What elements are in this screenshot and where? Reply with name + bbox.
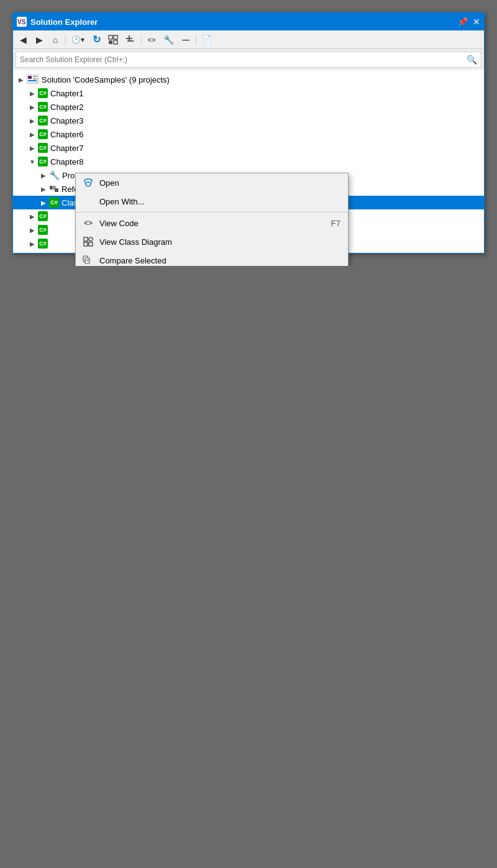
solution-label: Solution 'CodeSamples' (9 projects) [42,75,170,85]
chapter6-cs-icon: C# [38,129,48,139]
view-code-button[interactable]: <> [144,33,159,47]
svg-rect-4 [109,40,112,44]
forward-button[interactable]: ▶ [32,33,47,47]
back-button[interactable]: ◀ [16,33,30,47]
chapter2-cs-icon: C# [38,102,48,112]
svg-rect-3 [114,35,117,39]
tree-area: ▶ Solution 'CodeSamples' (9 projects) ▶ … [13,70,484,253]
ctx-view-code[interactable]: <> View Code F7 [76,214,348,232]
history-button[interactable]: 🕐▾ [68,33,88,47]
ctx-compare-label: Compare Selected [99,256,340,265]
chapter8-cs-icon: C# [38,157,48,167]
svg-rect-2 [109,35,112,39]
tree-item-chapter3[interactable]: ▶ C# Chapter3 [13,114,484,127]
svg-rect-17 [84,237,88,241]
svg-rect-20 [89,242,93,246]
svg-rect-5 [114,40,117,44]
sep1 [76,212,348,212]
tree-item-chapter1[interactable]: ▶ C# Chapter1 [13,86,484,100]
extra2-icon: C# [38,225,48,235]
chapter6-label: Chapter6 [50,130,83,139]
chapter8-expand: ▼ [28,158,37,165]
properties-button[interactable]: 🔧 [160,33,177,47]
pending-button[interactable] [105,33,121,47]
search-bar: 🔍 [16,52,481,68]
chapter2-label: Chapter2 [50,103,83,112]
sync-icon [125,35,135,45]
sync-button[interactable] [122,33,139,47]
compare-icon [81,254,96,266]
extra3-icon: C# [38,239,48,249]
svg-rect-13 [28,80,37,81]
extra3-expand: ▶ [28,240,37,247]
ctx-view-class-label: View Class Diagram [99,237,340,247]
svg-rect-11 [33,76,37,77]
extra2-expand: ▶ [28,227,37,234]
svg-rect-8 [127,40,134,42]
ctx-open-with[interactable]: Open With... [76,192,348,211]
svg-text:VS: VS [17,19,26,25]
title-bar-left: VS Solution Explorer [17,17,98,27]
open-icon [81,176,96,189]
chapter7-expand: ▶ [28,145,37,152]
tree-item-chapter6[interactable]: ▶ C# Chapter6 [13,127,484,141]
chapter7-cs-icon: C# [38,143,48,153]
ctx-open-with-label: Open With... [99,197,340,206]
chapter3-expand: ▶ [28,117,37,124]
title-bar-controls: 📌 ✕ [457,17,480,27]
ctx-open-label: Open [99,178,340,188]
separator3 [196,34,196,45]
root-expand-arrow: ▶ [17,76,25,83]
properties-expand: ▶ [39,172,48,179]
home-button[interactable]: ⌂ [48,33,63,47]
refresh-button[interactable]: ↻ [89,33,104,47]
svg-rect-12 [33,78,37,80]
search-icon: 🔍 [467,55,477,65]
svg-point-18 [89,237,93,241]
close-icon[interactable]: ✕ [473,17,480,27]
ctx-view-code-label: View Code [99,219,319,228]
solution-root[interactable]: ▶ Solution 'CodeSamples' (9 projects) [13,73,484,86]
vs-icon: VS [17,17,27,27]
references-expand: ▶ [39,186,48,193]
chapter6-expand: ▶ [28,131,37,138]
svg-rect-16 [55,188,58,192]
ctx-view-code-shortcut: F7 [331,219,340,228]
tree-item-chapter2[interactable]: ▶ C# Chapter2 [13,100,484,114]
extra1-expand: ▶ [28,213,37,220]
pending-icon [108,35,118,45]
class1cs-expand: ▶ [39,199,48,206]
properties-wrench-icon: 🔧 [49,170,60,180]
chapter1-expand: ▶ [28,90,37,97]
search-input[interactable] [20,55,467,64]
class1cs-icon: C# [49,198,59,208]
ctx-compare[interactable]: Compare Selected [76,251,348,266]
toolbar: ◀ ▶ ⌂ 🕐▾ ↻ <> 🔧 — 📄 [13,30,484,49]
references-icon [49,184,59,194]
svg-rect-10 [28,76,32,79]
window-title: Solution Explorer [30,17,98,27]
ctx-open[interactable]: Open [76,173,348,192]
chapter1-label: Chapter1 [50,89,83,98]
svg-rect-19 [84,242,88,246]
title-bar: VS Solution Explorer 📌 ✕ [13,13,484,30]
collapse-button[interactable]: — [178,33,193,47]
chapter3-cs-icon: C# [38,116,48,126]
chapter1-cs-icon: C# [38,88,48,98]
chapter2-expand: ▶ [28,104,37,111]
chapter7-label: Chapter7 [50,144,83,153]
chapter3-label: Chapter3 [50,116,83,126]
extra1-icon: C# [38,211,48,221]
new-file-button[interactable]: 📄 [199,33,215,47]
solution-icon [27,75,39,85]
separator2 [141,34,142,45]
tree-item-chapter7[interactable]: ▶ C# Chapter7 [13,141,484,155]
pin-icon[interactable]: 📌 [457,17,468,27]
context-menu: Open Open With... <> View Code F7 [75,173,349,266]
ctx-view-class[interactable]: View Class Diagram [76,232,348,251]
view-code-icon: <> [81,217,96,229]
chapter8-label: Chapter8 [50,157,83,167]
separator1 [65,34,66,45]
tree-item-chapter8[interactable]: ▼ C# Chapter8 [13,155,484,168]
ctx-open-with-icon [81,195,96,208]
